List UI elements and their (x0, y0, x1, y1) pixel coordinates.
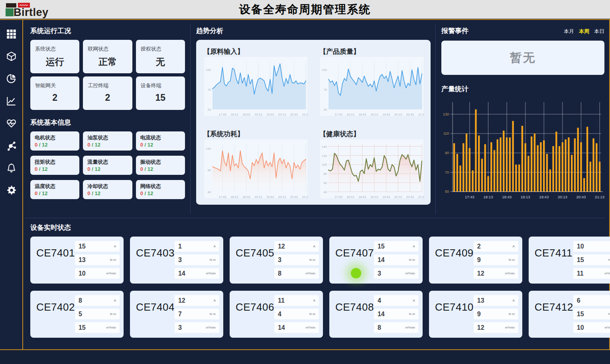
reading-value: 9 (477, 256, 481, 264)
device-reading-row: 4N·m (274, 309, 319, 319)
svg-text:19:43: 19:43 (266, 195, 274, 199)
svg-text:120: 120 (206, 68, 211, 72)
status-indicator-dot (351, 268, 361, 278)
alarm-production-column: 报警事件 本月本周本日 暂无 产量统计 50709011013017:4318:… (436, 20, 609, 218)
device-name: CE7411 (535, 247, 573, 279)
device-reading-row: 10A (573, 241, 610, 252)
reading-value: 5 (79, 311, 82, 318)
device-card[interactable]: CE7404 12A7N·m3m³/min (130, 291, 223, 338)
reading-unit: A (513, 299, 515, 302)
cube-icon[interactable] (6, 51, 17, 62)
info-error-count: 0 (87, 166, 90, 172)
device-card[interactable]: CE7408 4A14N·m8m³/min (329, 291, 423, 338)
svg-text:19:43: 19:43 (382, 113, 390, 116)
system-overview-column: 系统运行工况 系统状态 运行 联网状态 正常 授权状态 无 智能网关 2 工控终… (23, 20, 190, 218)
device-readings: 4A14N·m8m³/min (374, 295, 419, 333)
svg-text:20: 20 (324, 108, 327, 111)
svg-text:70: 70 (324, 88, 327, 92)
device-reading-row: 7N·m (175, 309, 219, 319)
reading-value: 3 (178, 324, 182, 331)
svg-text:90: 90 (445, 151, 449, 155)
device-reading-row: 9N·m (474, 254, 518, 265)
svg-text:120: 120 (322, 154, 327, 157)
device-card[interactable]: CE7407 15A14N·m3m³/min (329, 237, 423, 284)
info-card: 流量状态 0 / 12 (83, 156, 132, 175)
device-reading-row: 10m³/min (573, 322, 610, 333)
status-card: 工控终端 2 (83, 76, 132, 110)
reading-unit: A (114, 299, 116, 302)
alarm-tab-本周[interactable]: 本周 (579, 28, 589, 35)
device-reading-row: 3N·m (274, 254, 319, 265)
trend-chart-title: 【原料输入】 (203, 47, 308, 56)
svg-text:20:43: 20:43 (406, 195, 414, 199)
device-name: CE7405 (236, 247, 274, 279)
device-reading-row: 14m³/min (274, 322, 319, 333)
status-card-value: 15 (141, 92, 180, 103)
device-reading-row: 2A (474, 241, 518, 252)
svg-text:17:43: 17:43 (335, 195, 342, 199)
apps-grid-icon[interactable] (6, 29, 17, 39)
info-card: 油泵状态 0 / 12 (83, 131, 132, 151)
info-card: 扭矩状态 0 / 12 (30, 156, 79, 175)
device-card[interactable]: CE7409 2A9N·m12m³/min (429, 237, 522, 284)
svg-text:20:43: 20:43 (406, 113, 414, 116)
device-card[interactable]: CE7402 8A5N·m15m³/min (30, 291, 124, 338)
info-error-count: 0 (87, 142, 90, 148)
device-card[interactable]: CE7401 15A13N·m10m³/min (30, 237, 124, 284)
pie-chart-icon[interactable] (6, 73, 17, 84)
device-readings: 1A3N·m14m³/min (175, 241, 219, 279)
device-name: CE7403 (136, 247, 175, 279)
info-card-label: 振动状态 (140, 159, 181, 166)
reading-value: 6 (577, 297, 580, 304)
reading-unit: A (214, 245, 216, 248)
info-card-label: 流量状态 (87, 159, 128, 166)
status-card-label: 联网状态 (88, 45, 127, 53)
status-card-value: 运行 (35, 56, 75, 68)
svg-text:20:13: 20:13 (558, 195, 567, 199)
alarm-tab-本月[interactable]: 本月 (564, 28, 574, 35)
svg-text:140: 140 (322, 145, 327, 149)
dashboard-page: Birtley 设备全寿命周期管理系统 系统运行工况 系统状态 运行 联网状态 … (0, 0, 610, 364)
reading-unit: N·m (309, 258, 315, 262)
info-total-count: / 12 (145, 166, 153, 172)
svg-text:17:43: 17:43 (218, 195, 226, 199)
svg-text:20:13: 20:13 (278, 113, 286, 116)
reading-value: 13 (79, 256, 86, 264)
svg-text:18:13: 18:13 (230, 195, 238, 199)
reading-unit: N·m (409, 312, 415, 316)
reading-value: 12 (278, 243, 285, 250)
device-card[interactable]: CE7410 13A9N·m12m³/min (429, 291, 522, 338)
device-card[interactable]: CE7405 12A3N·m8m³/min (230, 237, 323, 284)
svg-text:20:43: 20:43 (577, 195, 586, 199)
reading-value: 15 (577, 256, 584, 264)
network-nodes-icon[interactable] (6, 140, 17, 151)
reading-unit: m³/min (604, 326, 610, 329)
device-card[interactable]: CE7406 11A4N·m14m³/min (230, 291, 323, 338)
svg-text:18:43: 18:43 (502, 195, 512, 199)
device-card[interactable]: CE7411 10A15N·m11m³/min (529, 237, 610, 284)
reading-value: 15 (577, 311, 584, 318)
svg-text:19:13: 19:13 (370, 195, 378, 199)
info-total-count: / 12 (39, 142, 48, 148)
info-card-label: 油泵状态 (87, 134, 128, 141)
trend-line-icon[interactable] (6, 96, 17, 106)
info-card-label: 电流状态 (140, 134, 181, 141)
reading-unit: N·m (509, 258, 515, 262)
reading-value: 14 (278, 324, 285, 331)
system-info-title: 系统基本信息 (30, 118, 185, 127)
info-total-count: / 12 (145, 142, 153, 148)
reading-value: 12 (178, 297, 185, 304)
info-card: 电流状态 0 / 12 (136, 131, 185, 151)
device-card[interactable]: CE7403 1A3N·m14m³/min (130, 237, 223, 284)
device-card[interactable]: CE7412 6A15N·m10m³/min (529, 291, 610, 338)
device-reading-row: 11A (274, 295, 319, 306)
svg-text:20:13: 20:13 (394, 195, 402, 199)
device-reading-row: 15A (75, 241, 120, 252)
settings-gear-icon[interactable] (6, 185, 17, 196)
alarm-title: 报警事件 (441, 26, 468, 35)
alarm-tab-本日[interactable]: 本日 (594, 28, 604, 35)
health-pulse-icon[interactable] (6, 118, 17, 129)
device-readings: 11A4N·m14m³/min (274, 295, 319, 333)
device-reading-row: 12m³/min (474, 268, 518, 279)
notifications-bell-icon[interactable] (6, 162, 17, 173)
